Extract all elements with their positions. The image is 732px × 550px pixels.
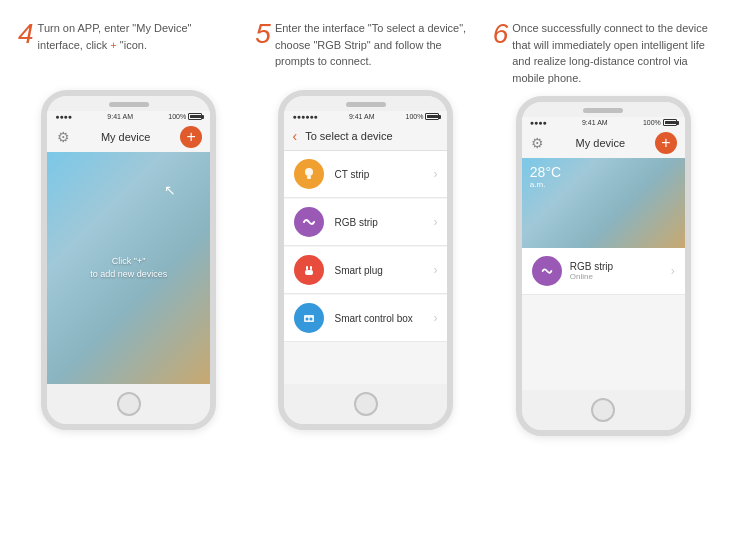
svg-rect-5 [304,315,314,322]
app-title-4: My device [101,131,151,143]
click-hint: Click "+" to add new devices [90,255,167,280]
step-5-text: Enter the interface "To select a device"… [275,20,477,70]
app-title-6: My device [576,137,626,149]
step-6-number: 6 [493,20,509,48]
step-4-header: 4 Turn on APP, enter "My Device" interfa… [18,20,239,80]
step-6: 6 Once successfully connect to the devic… [485,20,722,530]
battery-icon-5 [425,113,439,120]
status-bar-5: ●●●●●● 9:41 AM 100% [284,111,447,122]
device-entry-6[interactable]: RGB strip Online › [522,248,685,295]
control-box-name: Smart control box [334,313,433,324]
home-button-5[interactable] [354,392,378,416]
phone-5: ●●●●●● 9:41 AM 100% ‹ To select a device [278,90,453,430]
cursor-icon: ↖ [164,182,180,198]
step-5-header: 5 Enter the interface "To select a devic… [255,20,476,80]
phone-4: ●●●● 9:41 AM 100% ⚙ My device + Clic [41,90,216,430]
step-5: 5 Enter the interface "To select a devic… [247,20,484,530]
select-title: To select a device [305,130,392,142]
screen1-bg: Click "+" to add new devices ↖ [47,152,210,384]
device-connected-name: RGB strip [570,261,671,272]
control-box-chevron: › [433,311,437,325]
phone-5-speaker [346,102,386,107]
phone-6-speaker [583,108,623,113]
device-item-rgb[interactable]: RGB strip › [284,199,447,246]
rgb-strip-name: RGB strip [334,217,433,228]
ct-strip-chevron: › [433,167,437,181]
status-battery-5: 100% [406,113,424,120]
rgb-strip-chevron: › [433,215,437,229]
status-battery-6: 100% [643,119,661,126]
device-6-chevron: › [671,264,675,278]
page: 4 Turn on APP, enter "My Device" interfa… [0,0,732,550]
add-button-6[interactable]: + [655,132,677,154]
screen3-bg: 28°C a.m. [522,158,685,248]
svg-rect-2 [306,266,308,270]
weather-sub: a.m. [530,180,561,189]
status-right-4: 100% [168,113,202,120]
phone-4-screen: ●●●● 9:41 AM 100% ⚙ My device + Clic [47,111,210,384]
status-right-6: 100% [643,119,677,126]
back-arrow-5[interactable]: ‹ [292,128,297,144]
step-6-header: 6 Once successfully connect to the devic… [493,20,714,86]
phone-5-screen: ●●●●●● 9:41 AM 100% ‹ To select a device [284,111,447,384]
smart-plug-icon [294,255,324,285]
phone-6-top [522,102,685,117]
phone-6: ●●●● 9:41 AM 100% ⚙ My device + 28°C [516,96,691,436]
smart-plug-name: Smart plug [334,265,433,276]
smart-plug-chevron: › [433,263,437,277]
status-time-5: 9:41 AM [349,113,375,120]
ct-strip-name: CT strip [334,169,433,180]
svg-rect-1 [307,176,311,179]
status-time-4: 9:41 AM [107,113,133,120]
step-6-text: Once successfully connect to the device … [512,20,714,86]
weather-temp: 28°C [530,164,561,180]
device-list: CT strip › RGB strip › Sma [284,151,447,384]
step-5-number: 5 [255,20,271,48]
battery-icon-6 [663,119,677,126]
phone-6-bottom [522,390,685,430]
device-item-ct[interactable]: CT strip › [284,151,447,198]
phone-4-speaker [109,102,149,107]
device-connected-status: Online [570,272,671,281]
app-header-6: ⚙ My device + [522,128,685,158]
status-battery-4: 100% [168,113,186,120]
add-button-4[interactable]: + [180,126,202,148]
status-time-6: 9:41 AM [582,119,608,126]
weather-info: 28°C a.m. [530,164,561,189]
ct-strip-icon [294,159,324,189]
phone-6-screen: ●●●● 9:41 AM 100% ⚙ My device + 28°C [522,117,685,390]
step-4: 4 Turn on APP, enter "My Device" interfa… [10,20,247,530]
status-signal-5: ●●●●●● [292,113,317,120]
status-bar-6: ●●●● 9:41 AM 100% [522,117,685,128]
battery-icon-4 [188,113,202,120]
phone-5-bottom [284,384,447,424]
device-item-box[interactable]: Smart control box › [284,295,447,342]
step-4-number: 4 [18,20,34,48]
device-item-plug[interactable]: Smart plug › [284,247,447,294]
app-header-4: ⚙ My device + [47,122,210,152]
hint-line2: to add new devices [90,268,167,281]
step-4-text: Turn on APP, enter "My Device" interface… [38,20,240,53]
svg-point-7 [310,318,313,321]
step-4-highlight: + [110,39,116,51]
rgb-connected-icon [532,256,562,286]
control-box-icon [294,303,324,333]
device-info-6: RGB strip Online [570,261,671,281]
settings-icon-6[interactable]: ⚙ [530,135,546,151]
status-signal-4: ●●●● [55,113,72,120]
home-button-4[interactable] [117,392,141,416]
phone-4-top [47,96,210,111]
svg-point-6 [306,318,309,321]
home-button-6[interactable] [591,398,615,422]
svg-rect-4 [305,270,313,275]
svg-point-0 [305,168,313,176]
status-right-5: 100% [406,113,440,120]
rgb-strip-icon [294,207,324,237]
status-bar-4: ●●●● 9:41 AM 100% [47,111,210,122]
svg-rect-3 [310,266,312,270]
settings-icon-4[interactable]: ⚙ [55,129,71,145]
hint-line1: Click "+" [90,255,167,268]
phone-4-bottom [47,384,210,424]
status-signal-6: ●●●● [530,119,547,126]
select-header: ‹ To select a device [284,122,447,151]
